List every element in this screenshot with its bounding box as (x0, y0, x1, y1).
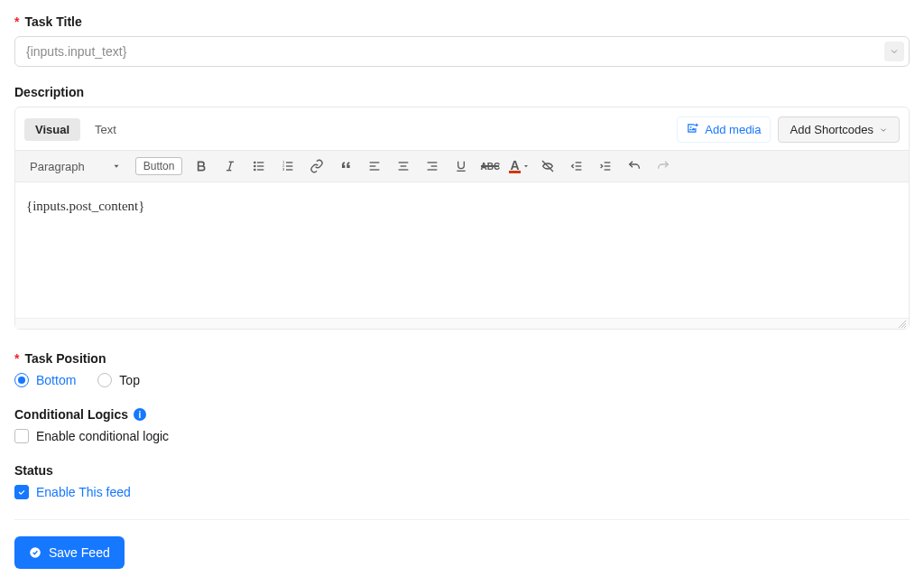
info-icon[interactable]: i (134, 408, 146, 421)
svg-text:3: 3 (282, 167, 285, 172)
editor-resize-handle[interactable] (15, 318, 909, 329)
align-center-icon[interactable] (393, 156, 413, 176)
conditional-logic-checkbox[interactable] (14, 429, 29, 443)
save-feed-button[interactable]: Save Feed (14, 536, 125, 569)
unordered-list-icon[interactable] (249, 156, 269, 176)
task-title-dropdown-toggle[interactable] (884, 42, 904, 61)
chevron-down-icon (879, 126, 888, 135)
description-label: Description (14, 85, 910, 99)
italic-icon[interactable] (220, 156, 240, 176)
required-star: * (14, 351, 19, 366)
align-right-icon[interactable] (422, 156, 442, 176)
link-icon[interactable] (307, 156, 327, 176)
editor-content-area[interactable]: {inputs.post_content} (15, 182, 909, 318)
svg-point-5 (254, 162, 255, 163)
ordered-list-icon[interactable]: 123 (278, 156, 298, 176)
strikethrough-icon[interactable]: ABC (480, 156, 500, 176)
conditional-logic-checkbox-label: Enable conditional logic (36, 429, 169, 443)
underline-icon[interactable] (451, 156, 471, 176)
status-label: Status (14, 463, 910, 478)
svg-point-7 (254, 169, 255, 170)
task-position-label: * Task Position (14, 351, 910, 366)
rich-text-editor: Visual Text Add media Add Shortcodes Par… (14, 107, 910, 330)
clear-formatting-icon[interactable] (538, 156, 558, 176)
add-media-button[interactable]: Add media (677, 116, 771, 143)
tab-visual[interactable]: Visual (24, 118, 80, 141)
indent-icon[interactable] (596, 156, 615, 176)
enable-feed-checkbox-label: Enable This feed (36, 485, 131, 499)
radio-input-top[interactable] (97, 373, 112, 387)
task-title-input[interactable] (14, 36, 910, 67)
add-shortcodes-button[interactable]: Add Shortcodes (778, 116, 900, 143)
check-circle-icon (29, 546, 42, 559)
radio-input-bottom[interactable] (14, 373, 29, 387)
media-icon (687, 122, 699, 137)
svg-point-0 (690, 126, 692, 128)
required-star: * (14, 14, 19, 29)
divider (14, 519, 910, 520)
svg-line-28 (542, 161, 553, 172)
svg-marker-1 (114, 165, 118, 168)
editor-toolbar: Paragraph Button 123 ABC A (15, 150, 909, 182)
radio-top[interactable]: Top (97, 373, 140, 387)
text-color-icon[interactable]: A (509, 156, 529, 176)
conditional-logics-label: Conditional Logics i (14, 407, 910, 422)
svg-point-6 (254, 165, 255, 166)
redo-icon[interactable] (653, 156, 673, 176)
outdent-icon[interactable] (567, 156, 587, 176)
paragraph-select[interactable]: Paragraph (24, 157, 126, 176)
radio-bottom[interactable]: Bottom (14, 373, 76, 387)
task-title-label: * Task Title (14, 14, 910, 29)
svg-marker-27 (524, 165, 528, 167)
bold-icon[interactable] (191, 156, 211, 176)
quote-icon[interactable] (336, 156, 356, 176)
svg-line-2 (229, 162, 232, 170)
undo-icon[interactable] (624, 156, 644, 176)
insert-button-button[interactable]: Button (135, 157, 183, 175)
enable-feed-checkbox[interactable] (14, 485, 29, 499)
tab-text[interactable]: Text (84, 118, 127, 141)
align-left-icon[interactable] (365, 156, 384, 176)
